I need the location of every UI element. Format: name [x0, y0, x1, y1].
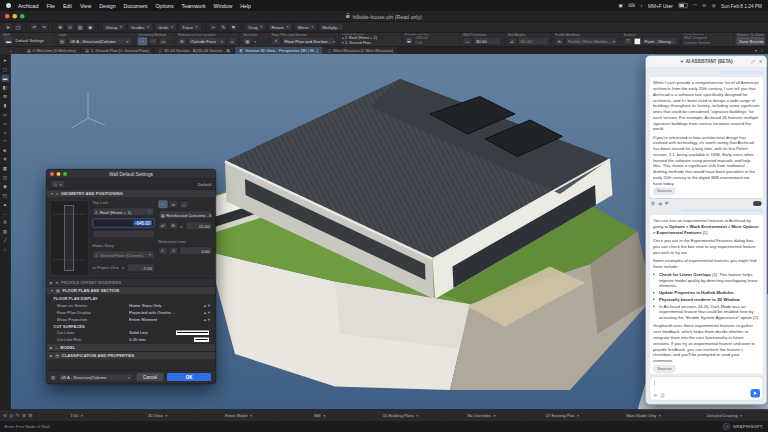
guides-dropdown[interactable]: Guides▼	[128, 23, 154, 32]
chained-wall-icon[interactable]: ▭	[159, 37, 168, 45]
menu-item[interactable]: Options	[156, 3, 174, 9]
roof-tool[interactable]: ⌂	[1, 129, 9, 137]
settings-icon[interactable]: ⚙	[22, 413, 26, 418]
tab-welcome[interactable]: ▦0 Welcome [0 Welcome]	[23, 46, 81, 54]
cut-line-pen-row[interactable]: Cut Line Pen0.20 mm	[47, 336, 216, 343]
tab-options-icon[interactable]: ≡	[761, 48, 763, 53]
wall-height-field[interactable]	[93, 230, 155, 238]
window-tool[interactable]: ⊞	[1, 93, 9, 101]
straight-geometry-icon[interactable]: ─	[158, 201, 167, 209]
grids-dropdown[interactable]: Grids▼	[155, 23, 177, 32]
keyboard-icon[interactable]: ⌨	[628, 3, 635, 8]
profile-modifiers-dropdown[interactable]: Profile Offset Modifie...▼	[566, 37, 618, 45]
object-tool[interactable]: ◫	[1, 174, 9, 182]
arrow-icon[interactable]: ➤	[4, 23, 13, 32]
zoom-icon[interactable]: ⊙	[66, 23, 75, 32]
sources-button[interactable]: Sources	[653, 188, 676, 195]
redo-icon[interactable]: ↷	[40, 23, 49, 32]
apple-menu-icon[interactable]	[6, 3, 11, 8]
control-center-icon[interactable]: ◎	[712, 3, 716, 8]
quick-option-scale[interactable]: 1:50▼	[36, 412, 117, 419]
angle-field[interactable]: 90.00°	[518, 37, 549, 45]
menu-item[interactable]: File	[46, 3, 54, 9]
composite-dropdown[interactable]: ▦Reinforced Concrete - Structu...	[158, 211, 212, 220]
section-model[interactable]: ▶⌂MODEL	[47, 343, 216, 352]
eye-icon[interactable]: ◉	[86, 23, 95, 32]
pen-icon[interactable]: ✎	[16, 413, 20, 418]
menu-item[interactable]: Design	[99, 3, 115, 9]
multiply-dropdown[interactable]: Multiply...	[319, 23, 344, 32]
home-story-dropdown[interactable]: 1. Ground Floor (Current)▼	[93, 251, 155, 260]
menu-item[interactable]: Teamwork	[182, 3, 206, 9]
refline-out-icon[interactable]: ⊏	[158, 247, 167, 255]
refresh-icon[interactable]: ⟲	[3, 413, 7, 418]
section-floor-plan[interactable]: ▼▦FLOOR PLAN AND SECTION	[47, 287, 216, 296]
top-link-dropdown[interactable]: 2. Roof (Home + 1)ⓘ	[93, 208, 155, 217]
bottom-offset-field[interactable]: 7.00	[415, 40, 428, 45]
search-icon[interactable]: ⊙	[702, 3, 706, 8]
tab-west-elevation[interactable]: ◫West Elevation [2 West Elevation]	[323, 46, 398, 54]
quick-option-renovation[interactable]: 07 Existing Plan▼	[522, 412, 603, 419]
tab-section[interactable]: ◫3D-03 Section - A [3D-03 Section - A]	[154, 46, 235, 54]
slanted-geometry-icon[interactable]: ⧄	[169, 201, 178, 209]
rotate-dropdown[interactable]: Rotate▼	[268, 23, 293, 32]
target-icon[interactable]: ◎	[9, 413, 13, 418]
quick-option-view[interactable]: 3D View▼	[117, 412, 198, 419]
ok-button[interactable]: OK	[167, 373, 211, 381]
door-tool[interactable]: ◧	[1, 84, 9, 92]
tab-home[interactable]: ⌂	[0, 46, 23, 54]
thermal-field[interactable]: 15.00	[185, 222, 212, 231]
pencil-icon[interactable]: ✎	[219, 23, 228, 32]
straight-wall-icon[interactable]: ─	[138, 37, 147, 45]
sources-button[interactable]: Sources	[653, 365, 676, 372]
grid-icon[interactable]: ⊞	[29, 413, 33, 418]
section-profile-modifiers[interactable]: ▶≋PROFILE OFFSET MODIFIERS	[47, 278, 216, 287]
tab-overflow-icon[interactable]: ▾	[755, 48, 757, 53]
flip-icon[interactable]: ⇄	[158, 222, 167, 230]
sound-icon[interactable]: ♪	[640, 3, 642, 8]
mesh-tool[interactable]: ▲	[1, 201, 9, 209]
attach-icon[interactable]: ⊞	[654, 393, 658, 398]
column-tool[interactable]: ▮	[1, 102, 9, 110]
tab-ground-floor[interactable]: ▦1. Ground Plan [1. Ground Floor]	[81, 46, 154, 54]
railing-tool[interactable]: #	[1, 156, 9, 164]
linked-story-bottom[interactable]: ▾ 1. Ground Floor	[342, 40, 377, 45]
ai-prompt-input[interactable]: ⊞ @	[650, 377, 764, 401]
undo-icon[interactable]: ↶	[30, 23, 39, 32]
favorites-button[interactable]: ☆ ▼	[51, 180, 66, 188]
curved-wall-icon[interactable]: ◠	[149, 37, 158, 45]
quick-option-mvo[interactable]: 05 Building Plans▼	[360, 412, 441, 419]
quick-option-filter[interactable]: Entire Model▼	[198, 412, 279, 419]
custom-texture-option[interactable]: Custom Texture	[684, 40, 710, 45]
copy-icon[interactable]	[651, 202, 655, 206]
battery-icon[interactable]	[678, 3, 687, 8]
circle-tool[interactable]: ○	[1, 246, 9, 254]
marquee-icon[interactable]: ▢	[14, 23, 23, 32]
project-zero-field[interactable]: -7.00	[127, 264, 154, 273]
menu-item[interactable]: Archicad	[18, 3, 38, 9]
stair-tool[interactable]: ≣	[1, 147, 9, 155]
show-projection-row[interactable]: Show ProjectionEntire Element▲▼	[47, 316, 216, 323]
ai-chat-history[interactable]: early 20th century? While I can't provid…	[646, 68, 767, 374]
line-tool[interactable]: ╱	[1, 237, 9, 245]
layer-dropdown[interactable]: 08 A - Structure|Column▼	[68, 37, 132, 45]
show-on-stories-row[interactable]: Show on StoriesHome Story Only▲▼	[47, 302, 216, 309]
arrow-tool[interactable]: ➤	[1, 57, 9, 65]
floor-plan-display-row[interactable]: Floor Plan DisplayProjected with Overhe.…	[47, 309, 216, 316]
quick-option-units[interactable]: MM▼	[279, 412, 360, 419]
refline-flip-icon[interactable]: ±	[228, 37, 237, 45]
shell-tool[interactable]: ◠	[1, 138, 9, 146]
cancel-button[interactable]: Cancel	[136, 373, 163, 381]
scissors-icon[interactable]: ✂	[209, 23, 218, 32]
double-slanted-geometry-icon[interactable]: △	[179, 201, 188, 209]
close-panel-icon[interactable]: ✕	[759, 59, 763, 65]
menu-item[interactable]: Window	[214, 3, 233, 9]
tab-3d-perspective[interactable]: ◩General 3D View - Perspective [3D | M..…	[235, 46, 323, 54]
mirror-dropdown[interactable]: Mirror▼	[294, 23, 317, 32]
thickness-field[interactable]: 30.00	[474, 37, 502, 45]
menu-item[interactable]: View	[80, 3, 91, 9]
thumbs-up-icon[interactable]	[658, 202, 662, 206]
structure-icon[interactable]: ▦	[243, 37, 252, 45]
menu-item[interactable]: Edit	[63, 3, 72, 9]
display-icon[interactable]: ▣	[618, 3, 622, 8]
